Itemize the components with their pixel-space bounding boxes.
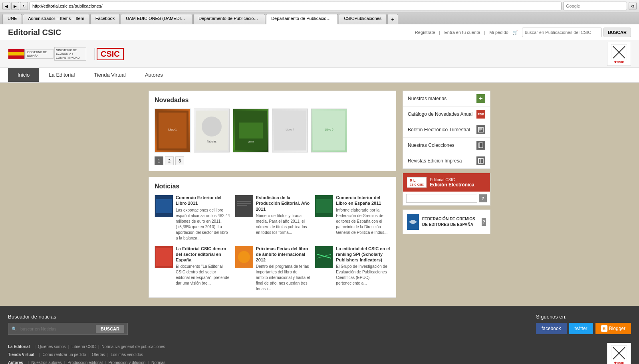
browser-chrome: ◀ ▶ ↻ ⚙ UNE Administrador – Items – Item…: [0, 0, 639, 24]
book-cover-2[interactable]: Tabulas: [194, 109, 230, 152]
nav-inicio[interactable]: Inicio: [8, 68, 39, 82]
book-cover-5[interactable]: Libro 5: [311, 109, 347, 152]
tab-une[interactable]: UNE: [2, 14, 22, 24]
page-btn-1[interactable]: 1: [155, 156, 163, 165]
footer-top: Buscador de noticias 🔍 BUSCAR Síguenos e…: [8, 314, 631, 335]
csic-logo: CSIC: [97, 48, 124, 60]
noticias-section: Noticias Comercio Exterior del Libro 201…: [149, 177, 396, 298]
back-button[interactable]: ◀: [2, 2, 10, 10]
news-thumb-4[interactable]: [155, 246, 173, 268]
news-text-2: Número de títulos y tirada media. Para e…: [256, 213, 310, 235]
svg-rect-25: [156, 248, 172, 266]
header-search: BUSCAR: [522, 28, 631, 37]
sidebar-colecciones[interactable]: Nuestras Colecciones: [403, 138, 490, 153]
my-order-link[interactable]: Mi pedido: [489, 30, 508, 35]
svg-point-27: [238, 251, 250, 263]
page-btn-2[interactable]: 2: [165, 156, 174, 165]
book-icon: [476, 141, 485, 150]
site-header: Editorial CSIC Regístrate | Entra en tu …: [0, 24, 639, 83]
facebook-button[interactable]: facebook: [536, 323, 567, 334]
footer-link-vendidos[interactable]: Los más vendidos: [111, 351, 143, 359]
tab-uam[interactable]: UAM EDICIONES (UAMEDICIONES)...: [121, 14, 192, 24]
footer-link-normativa[interactable]: Normativa general de publicaciones: [101, 343, 165, 351]
tab-admin[interactable]: Administrador – Items – Item: [23, 14, 89, 24]
footer-search-box: 🔍 BUSCAR: [8, 323, 128, 335]
footer-search-input[interactable]: [20, 326, 94, 331]
new-tab-button[interactable]: +: [387, 14, 398, 24]
footer-social-title: Síguenos en:: [536, 314, 631, 320]
footer-tienda: Tienda Virtual: [8, 351, 34, 359]
footer-link-produccion[interactable]: Producción editorial: [67, 359, 103, 364]
book-cover-3[interactable]: Verde: [233, 109, 269, 152]
tab-depto2[interactable]: Departamento de Publicaciones :...: [266, 14, 338, 24]
twitter-button[interactable]: twitter: [569, 323, 593, 334]
nav-editorial[interactable]: La Editorial: [39, 68, 84, 82]
footer-link-promocion[interactable]: Promoción y difusión: [109, 359, 146, 364]
sidebar-boletin[interactable]: Boletín Electrónico Trimestral: [403, 122, 490, 138]
sidebar-nuestras-materias[interactable]: Nuestras materias +: [403, 91, 490, 107]
main-content: Novedades Libro 1 Tabulas: [0, 83, 639, 306]
svg-point-7: [202, 117, 222, 136]
footer-search-area: Buscador de noticias 🔍 BUSCAR: [8, 314, 128, 335]
blogger-icon: B: [601, 325, 607, 332]
browser-search-input[interactable]: [563, 2, 627, 10]
book-carousel: Libro 1 Tabulas: [155, 109, 390, 152]
news-content-3: Comercio Interior del Libro en España 20…: [336, 195, 390, 241]
editorial-info-button[interactable]: ?: [479, 194, 487, 202]
add-icon: +: [476, 94, 485, 103]
book-cover-4[interactable]: Libro 4: [272, 109, 308, 152]
noticias-title: Noticias: [155, 183, 390, 190]
svg-rect-37: [478, 158, 483, 163]
news-thumb-5[interactable]: [235, 246, 253, 268]
footer-link-libreria[interactable]: Librería CSIC: [71, 343, 96, 351]
footer-link-nuestros[interactable]: Nuestros autores: [31, 359, 62, 364]
url-bar[interactable]: [30, 2, 562, 10]
site-footer: Buscador de noticias 🔍 BUSCAR Síguenos e…: [0, 306, 639, 364]
news-text-4: El documento "La Editorial CSIC dentro d…: [176, 264, 230, 286]
blogger-button[interactable]: B Blogger: [595, 323, 631, 334]
news-thumb-3[interactable]: [315, 195, 333, 217]
editorial-electronica-box: R LCSIC CSIC Editorial CSIC Edición Elec…: [403, 173, 490, 206]
news-title-2: Estadística de la Producción Editorial. …: [256, 195, 310, 212]
refresh-button[interactable]: ↻: [20, 2, 28, 10]
footer-link-normas[interactable]: Normas: [151, 359, 165, 364]
news-thumb-1[interactable]: [155, 195, 173, 217]
novedades-title: Novedades: [155, 97, 390, 104]
news-content-5: Próximas Ferias del libro de ámbito inte…: [256, 246, 310, 292]
nav-tienda[interactable]: Tienda Virtual: [84, 68, 135, 82]
settings-button[interactable]: ⚙: [629, 2, 637, 10]
news-title-4: La Editorial CSIC dentro del sector edit…: [176, 246, 230, 263]
page-btn-3[interactable]: 3: [175, 156, 184, 165]
federacion-info-button[interactable]: ?: [482, 218, 486, 226]
tab-depto1[interactable]: Departamento de Publicaciones :...: [193, 14, 265, 24]
header-search-button[interactable]: BUSCAR: [603, 28, 631, 37]
register-link[interactable]: Regístrate: [415, 30, 435, 35]
tab-facebook[interactable]: Facebook: [90, 14, 120, 24]
news-content-1: Comercio Exterior del Libro 2011 Las exp…: [176, 195, 230, 241]
news-item-5: Próximas Ferias del libro de ámbito inte…: [235, 246, 310, 292]
header-actions: Regístrate | Entra en tu cuenta | Mi ped…: [415, 28, 631, 37]
footer-link-realizar[interactable]: Cómo realizar un pedido: [42, 351, 86, 359]
main-navigation: Inicio La Editorial Tienda Virtual Autor…: [0, 68, 639, 82]
login-link[interactable]: Entra en tu cuenta: [444, 30, 480, 35]
book-cover-1[interactable]: Libro 1: [155, 109, 191, 152]
news-text-5: Dentro del programa de ferias importante…: [256, 264, 310, 292]
sidebar-revistas[interactable]: Revistas Edición Impresa: [403, 153, 490, 168]
news-title-1: Comercio Exterior del Libro 2011: [176, 195, 230, 206]
footer-social: Síguenos en: facebook twitter B Blogger: [536, 314, 631, 334]
news-thumb-6[interactable]: [315, 246, 333, 268]
footer-search-button[interactable]: BUSCAR: [96, 325, 124, 333]
header-search-input[interactable]: [522, 28, 602, 37]
federacion-box[interactable]: FEDERACIÓN DE GREMIOS DE EDITORES DE ESP…: [403, 210, 490, 234]
footer-link-ofertas[interactable]: Ofertas: [92, 351, 105, 359]
tab-csic-pub[interactable]: CSICPublicaciones: [339, 14, 387, 24]
editorial-search-input[interactable]: [406, 194, 477, 203]
news-thumb-2[interactable]: [235, 195, 253, 217]
sidebar-catalogo[interactable]: Catálogo de Novedades Anual PDF: [403, 107, 490, 122]
forward-button[interactable]: ▶: [11, 2, 19, 10]
nav-autores[interactable]: Autores: [135, 68, 173, 82]
footer-link-quienes[interactable]: Quiénes somos: [38, 343, 65, 351]
editorial-electronica-banner[interactable]: R LCSIC CSIC Editorial CSIC Edición Elec…: [403, 173, 490, 192]
header-top: Editorial CSIC Regístrate | Entra en tu …: [0, 24, 639, 40]
news-grid: Comercio Exterior del Libro 2011 Las exp…: [155, 195, 390, 292]
